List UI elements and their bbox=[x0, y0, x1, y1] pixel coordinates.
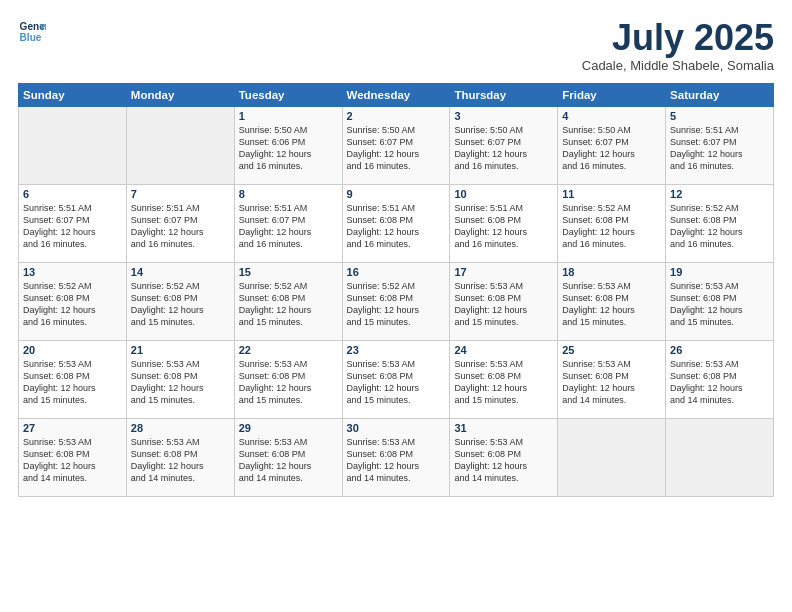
day-info: Sunrise: 5:51 AM Sunset: 6:07 PM Dayligh… bbox=[670, 124, 769, 173]
calendar-cell: 22Sunrise: 5:53 AM Sunset: 6:08 PM Dayli… bbox=[234, 340, 342, 418]
day-number: 28 bbox=[131, 422, 230, 434]
calendar-cell: 27Sunrise: 5:53 AM Sunset: 6:08 PM Dayli… bbox=[19, 418, 127, 496]
svg-text:Blue: Blue bbox=[20, 32, 42, 43]
day-info: Sunrise: 5:53 AM Sunset: 6:08 PM Dayligh… bbox=[239, 358, 338, 407]
title-block: July 2025 Cadale, Middle Shabele, Somali… bbox=[582, 18, 774, 73]
calendar-cell: 23Sunrise: 5:53 AM Sunset: 6:08 PM Dayli… bbox=[342, 340, 450, 418]
calendar-week-row: 1Sunrise: 5:50 AM Sunset: 6:06 PM Daylig… bbox=[19, 106, 774, 184]
day-info: Sunrise: 5:51 AM Sunset: 6:07 PM Dayligh… bbox=[23, 202, 122, 251]
day-info: Sunrise: 5:52 AM Sunset: 6:08 PM Dayligh… bbox=[239, 280, 338, 329]
calendar-cell bbox=[558, 418, 666, 496]
calendar-cell: 11Sunrise: 5:52 AM Sunset: 6:08 PM Dayli… bbox=[558, 184, 666, 262]
calendar-cell: 29Sunrise: 5:53 AM Sunset: 6:08 PM Dayli… bbox=[234, 418, 342, 496]
day-info: Sunrise: 5:52 AM Sunset: 6:08 PM Dayligh… bbox=[347, 280, 446, 329]
day-info: Sunrise: 5:53 AM Sunset: 6:08 PM Dayligh… bbox=[562, 358, 661, 407]
day-number: 17 bbox=[454, 266, 553, 278]
month-title: July 2025 bbox=[582, 18, 774, 58]
weekday-header: Monday bbox=[126, 83, 234, 106]
page-header: General Blue July 2025 Cadale, Middle Sh… bbox=[18, 18, 774, 73]
day-info: Sunrise: 5:53 AM Sunset: 6:08 PM Dayligh… bbox=[670, 280, 769, 329]
calendar-cell: 6Sunrise: 5:51 AM Sunset: 6:07 PM Daylig… bbox=[19, 184, 127, 262]
calendar-cell bbox=[19, 106, 127, 184]
day-number: 5 bbox=[670, 110, 769, 122]
calendar-cell: 14Sunrise: 5:52 AM Sunset: 6:08 PM Dayli… bbox=[126, 262, 234, 340]
calendar-cell: 1Sunrise: 5:50 AM Sunset: 6:06 PM Daylig… bbox=[234, 106, 342, 184]
day-info: Sunrise: 5:51 AM Sunset: 6:08 PM Dayligh… bbox=[454, 202, 553, 251]
calendar-cell: 5Sunrise: 5:51 AM Sunset: 6:07 PM Daylig… bbox=[666, 106, 774, 184]
calendar-cell: 3Sunrise: 5:50 AM Sunset: 6:07 PM Daylig… bbox=[450, 106, 558, 184]
day-info: Sunrise: 5:52 AM Sunset: 6:08 PM Dayligh… bbox=[131, 280, 230, 329]
day-info: Sunrise: 5:53 AM Sunset: 6:08 PM Dayligh… bbox=[562, 280, 661, 329]
day-number: 27 bbox=[23, 422, 122, 434]
calendar-cell: 19Sunrise: 5:53 AM Sunset: 6:08 PM Dayli… bbox=[666, 262, 774, 340]
day-info: Sunrise: 5:53 AM Sunset: 6:08 PM Dayligh… bbox=[347, 358, 446, 407]
day-info: Sunrise: 5:50 AM Sunset: 6:07 PM Dayligh… bbox=[454, 124, 553, 173]
weekday-header: Wednesday bbox=[342, 83, 450, 106]
calendar-week-row: 13Sunrise: 5:52 AM Sunset: 6:08 PM Dayli… bbox=[19, 262, 774, 340]
day-info: Sunrise: 5:52 AM Sunset: 6:08 PM Dayligh… bbox=[670, 202, 769, 251]
calendar-cell: 21Sunrise: 5:53 AM Sunset: 6:08 PM Dayli… bbox=[126, 340, 234, 418]
weekday-header: Tuesday bbox=[234, 83, 342, 106]
weekday-header: Saturday bbox=[666, 83, 774, 106]
calendar-header-row: SundayMondayTuesdayWednesdayThursdayFrid… bbox=[19, 83, 774, 106]
calendar-cell: 13Sunrise: 5:52 AM Sunset: 6:08 PM Dayli… bbox=[19, 262, 127, 340]
day-number: 16 bbox=[347, 266, 446, 278]
calendar-cell: 2Sunrise: 5:50 AM Sunset: 6:07 PM Daylig… bbox=[342, 106, 450, 184]
day-info: Sunrise: 5:53 AM Sunset: 6:08 PM Dayligh… bbox=[23, 358, 122, 407]
day-number: 20 bbox=[23, 344, 122, 356]
calendar-week-row: 20Sunrise: 5:53 AM Sunset: 6:08 PM Dayli… bbox=[19, 340, 774, 418]
calendar-cell: 31Sunrise: 5:53 AM Sunset: 6:08 PM Dayli… bbox=[450, 418, 558, 496]
calendar-cell: 7Sunrise: 5:51 AM Sunset: 6:07 PM Daylig… bbox=[126, 184, 234, 262]
day-number: 6 bbox=[23, 188, 122, 200]
calendar-body: 1Sunrise: 5:50 AM Sunset: 6:06 PM Daylig… bbox=[19, 106, 774, 496]
calendar-cell: 15Sunrise: 5:52 AM Sunset: 6:08 PM Dayli… bbox=[234, 262, 342, 340]
day-number: 24 bbox=[454, 344, 553, 356]
day-info: Sunrise: 5:52 AM Sunset: 6:08 PM Dayligh… bbox=[562, 202, 661, 251]
calendar-cell: 4Sunrise: 5:50 AM Sunset: 6:07 PM Daylig… bbox=[558, 106, 666, 184]
day-number: 9 bbox=[347, 188, 446, 200]
weekday-header: Thursday bbox=[450, 83, 558, 106]
day-info: Sunrise: 5:51 AM Sunset: 6:08 PM Dayligh… bbox=[347, 202, 446, 251]
weekday-header: Friday bbox=[558, 83, 666, 106]
day-number: 2 bbox=[347, 110, 446, 122]
day-number: 18 bbox=[562, 266, 661, 278]
day-info: Sunrise: 5:52 AM Sunset: 6:08 PM Dayligh… bbox=[23, 280, 122, 329]
day-number: 8 bbox=[239, 188, 338, 200]
calendar-cell: 18Sunrise: 5:53 AM Sunset: 6:08 PM Dayli… bbox=[558, 262, 666, 340]
day-info: Sunrise: 5:53 AM Sunset: 6:08 PM Dayligh… bbox=[131, 436, 230, 485]
day-number: 13 bbox=[23, 266, 122, 278]
logo: General Blue bbox=[18, 18, 46, 46]
day-number: 31 bbox=[454, 422, 553, 434]
calendar-cell: 9Sunrise: 5:51 AM Sunset: 6:08 PM Daylig… bbox=[342, 184, 450, 262]
day-number: 10 bbox=[454, 188, 553, 200]
day-number: 4 bbox=[562, 110, 661, 122]
calendar-cell: 20Sunrise: 5:53 AM Sunset: 6:08 PM Dayli… bbox=[19, 340, 127, 418]
calendar-cell: 30Sunrise: 5:53 AM Sunset: 6:08 PM Dayli… bbox=[342, 418, 450, 496]
calendar-cell: 24Sunrise: 5:53 AM Sunset: 6:08 PM Dayli… bbox=[450, 340, 558, 418]
calendar-cell: 16Sunrise: 5:52 AM Sunset: 6:08 PM Dayli… bbox=[342, 262, 450, 340]
calendar-week-row: 27Sunrise: 5:53 AM Sunset: 6:08 PM Dayli… bbox=[19, 418, 774, 496]
day-number: 7 bbox=[131, 188, 230, 200]
calendar-cell bbox=[126, 106, 234, 184]
day-info: Sunrise: 5:53 AM Sunset: 6:08 PM Dayligh… bbox=[454, 280, 553, 329]
day-info: Sunrise: 5:50 AM Sunset: 6:07 PM Dayligh… bbox=[562, 124, 661, 173]
calendar-cell: 17Sunrise: 5:53 AM Sunset: 6:08 PM Dayli… bbox=[450, 262, 558, 340]
calendar-cell: 12Sunrise: 5:52 AM Sunset: 6:08 PM Dayli… bbox=[666, 184, 774, 262]
calendar-cell: 25Sunrise: 5:53 AM Sunset: 6:08 PM Dayli… bbox=[558, 340, 666, 418]
day-number: 22 bbox=[239, 344, 338, 356]
day-info: Sunrise: 5:50 AM Sunset: 6:06 PM Dayligh… bbox=[239, 124, 338, 173]
calendar-week-row: 6Sunrise: 5:51 AM Sunset: 6:07 PM Daylig… bbox=[19, 184, 774, 262]
day-number: 15 bbox=[239, 266, 338, 278]
day-info: Sunrise: 5:53 AM Sunset: 6:08 PM Dayligh… bbox=[23, 436, 122, 485]
day-number: 25 bbox=[562, 344, 661, 356]
day-number: 29 bbox=[239, 422, 338, 434]
day-info: Sunrise: 5:53 AM Sunset: 6:08 PM Dayligh… bbox=[670, 358, 769, 407]
day-number: 11 bbox=[562, 188, 661, 200]
day-number: 21 bbox=[131, 344, 230, 356]
day-number: 23 bbox=[347, 344, 446, 356]
day-number: 19 bbox=[670, 266, 769, 278]
weekday-header: Sunday bbox=[19, 83, 127, 106]
day-info: Sunrise: 5:53 AM Sunset: 6:08 PM Dayligh… bbox=[239, 436, 338, 485]
day-number: 3 bbox=[454, 110, 553, 122]
day-info: Sunrise: 5:51 AM Sunset: 6:07 PM Dayligh… bbox=[131, 202, 230, 251]
